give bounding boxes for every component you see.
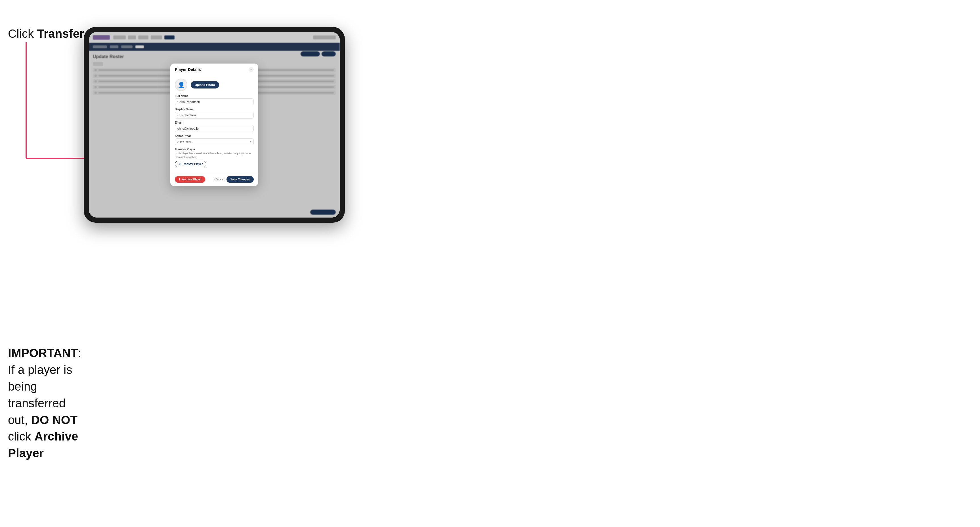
transfer-player-button[interactable]: ⟳ Transfer Player	[175, 161, 206, 167]
transfer-section-label: Transfer Player	[175, 148, 254, 151]
transfer-button-label: Transfer Player	[182, 162, 203, 166]
archive-icon: ⬇	[178, 178, 180, 181]
school-year-label: School Year	[175, 135, 254, 138]
full-name-input[interactable]	[175, 98, 254, 105]
email-label: Email	[175, 121, 254, 124]
tablet-screen: Update Roster	[89, 32, 340, 217]
full-name-group: Full Name	[175, 94, 254, 105]
full-name-label: Full Name	[175, 94, 254, 98]
close-icon: ×	[250, 68, 252, 71]
instruction-prefix: Click	[8, 27, 37, 40]
instruction-bottom-text: : If a player is being transferred out, …	[8, 346, 81, 460]
school-year-select-wrapper: First Year Second Year Third Year Fourth…	[175, 138, 254, 145]
school-year-select[interactable]: First Year Second Year Third Year Fourth…	[175, 138, 254, 145]
display-name-label: Display Name	[175, 108, 254, 111]
avatar: 👤	[175, 79, 187, 91]
archive-label: Archive Player	[182, 178, 202, 181]
avatar-icon: 👤	[178, 81, 185, 88]
archive-player-label: Archive Player	[8, 430, 78, 460]
upload-photo-button[interactable]: Upload Photo	[191, 81, 219, 89]
modal-title: Player Details	[175, 67, 201, 72]
modal-overlay: Player Details × 👤 Upload Photo	[89, 32, 340, 217]
tablet-device: Update Roster	[84, 27, 345, 223]
school-year-group: School Year First Year Second Year Third…	[175, 135, 254, 145]
footer-right: Cancel Save Changes	[214, 176, 254, 183]
player-details-modal: Player Details × 👤 Upload Photo	[170, 63, 258, 186]
transfer-description: If this player has moved to another scho…	[175, 152, 254, 159]
modal-header: Player Details ×	[170, 63, 258, 75]
display-name-group: Display Name	[175, 108, 254, 119]
instruction-bottom: IMPORTANT: If a player is being transfer…	[8, 345, 88, 462]
display-name-input[interactable]	[175, 112, 254, 119]
email-input[interactable]	[175, 125, 254, 132]
close-button[interactable]: ×	[249, 67, 254, 72]
save-changes-button[interactable]: Save Changes	[226, 176, 254, 183]
avatar-area: 👤 Upload Photo	[175, 79, 254, 91]
important-label: IMPORTANT	[8, 346, 78, 360]
modal-footer: ⬇ Archive Player Cancel Save Changes	[170, 174, 258, 186]
transfer-icon: ⟳	[178, 162, 181, 166]
transfer-player-section: Transfer Player If this player has moved…	[175, 148, 254, 167]
email-group: Email	[175, 121, 254, 132]
archive-player-button[interactable]: ⬇ Archive Player	[175, 176, 205, 183]
modal-body: 👤 Upload Photo Full Name Display Name	[170, 75, 258, 173]
cancel-button[interactable]: Cancel	[214, 178, 224, 181]
do-not-label: DO NOT	[31, 413, 78, 427]
